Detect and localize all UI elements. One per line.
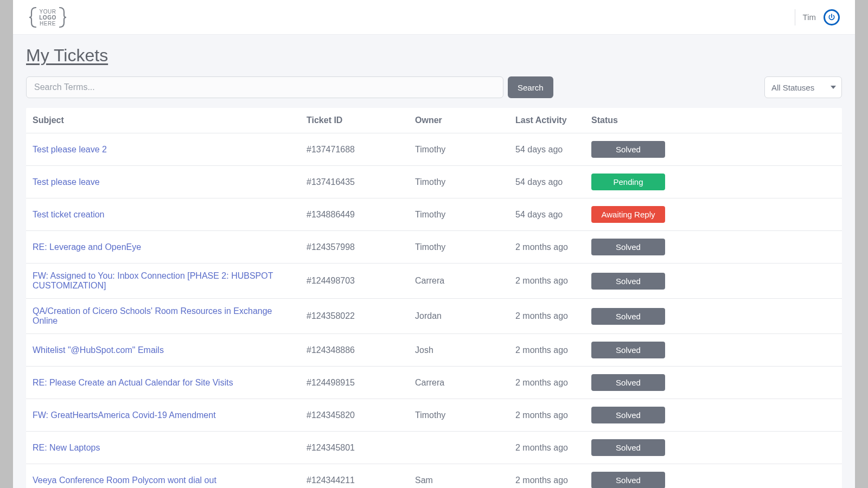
- ticket-last-activity: 54 days ago: [509, 133, 585, 166]
- power-icon: [828, 14, 835, 21]
- ticket-owner: Timothy: [409, 198, 509, 231]
- ticket-subject-link[interactable]: Veeya Conference Room Polycom wont dial …: [33, 476, 216, 485]
- search-input[interactable]: [26, 76, 503, 98]
- controls-row: Search All StatusesSolvedPendingAwaiting…: [26, 76, 842, 98]
- page-body: My Tickets Search All StatusesSolvedPend…: [13, 35, 855, 488]
- table-row: RE: New Laptops#1243458012 months agoSol…: [26, 432, 842, 464]
- status-badge: Solved: [591, 374, 665, 391]
- ticket-owner: Josh: [409, 334, 509, 367]
- table-header-row: Subject Ticket ID Owner Last Activity St…: [26, 108, 842, 133]
- table-row: Veeya Conference Room Polycom wont dial …: [26, 464, 842, 489]
- status-badge: Solved: [591, 342, 665, 358]
- ticket-last-activity: 2 months ago: [509, 231, 585, 264]
- table-row: Whitelist "@HubSpot.com" Emails#12434888…: [26, 334, 842, 367]
- table-row: RE: Please Create an Actual Calendar for…: [26, 367, 842, 399]
- ticket-last-activity: 2 months ago: [509, 334, 585, 367]
- page-title: My Tickets: [26, 46, 842, 66]
- ticket-id: #124498915: [300, 367, 409, 399]
- ticket-owner: Jordan: [409, 299, 509, 334]
- col-header-status: Status: [585, 108, 842, 133]
- table-row: Test please leave#137416435Timothy54 day…: [26, 166, 842, 198]
- ticket-last-activity: 2 months ago: [509, 299, 585, 334]
- status-badge: Solved: [591, 239, 665, 255]
- ticket-owner: Sam: [409, 464, 509, 489]
- ticket-subject-link[interactable]: RE: Leverage and OpenEye: [33, 242, 141, 252]
- ticket-id: #134886449: [300, 198, 409, 231]
- ticket-id: #124357998: [300, 231, 409, 264]
- ticket-subject-link[interactable]: QA/Creation of Cicero Schools' Room Reso…: [33, 306, 272, 325]
- ticket-id: #124345820: [300, 399, 409, 432]
- ticket-last-activity: 54 days ago: [509, 166, 585, 198]
- ticket-subject-link[interactable]: FW: GreatHeartsAmerica Covid-19 Amendmen…: [33, 410, 216, 420]
- status-badge: Solved: [591, 472, 665, 488]
- ticket-id: #137416435: [300, 166, 409, 198]
- logo: YOUR LOGO HERE: [28, 4, 67, 30]
- table-row: Test ticket creation#134886449Timothy54 …: [26, 198, 842, 231]
- ticket-id: #124344211: [300, 464, 409, 489]
- ticket-last-activity: 2 months ago: [509, 264, 585, 299]
- ticket-id: #137471688: [300, 133, 409, 166]
- ticket-owner: Timothy: [409, 231, 509, 264]
- svg-text:YOUR: YOUR: [40, 9, 56, 15]
- ticket-last-activity: 2 months ago: [509, 432, 585, 464]
- user-name: Tim: [803, 12, 816, 22]
- ticket-id: #124358022: [300, 299, 409, 334]
- search-button[interactable]: Search: [508, 76, 553, 98]
- ticket-id: #124498703: [300, 264, 409, 299]
- user-area: Tim: [795, 9, 840, 25]
- status-badge: Solved: [591, 407, 665, 423]
- ticket-last-activity: 2 months ago: [509, 399, 585, 432]
- status-badge: Solved: [591, 308, 665, 325]
- ticket-last-activity: 2 months ago: [509, 464, 585, 489]
- ticket-subject-link[interactable]: FW: Assigned to You: Inbox Connection [P…: [33, 271, 273, 290]
- ticket-subject-link[interactable]: Test ticket creation: [33, 210, 105, 219]
- col-header-subject: Subject: [26, 108, 300, 133]
- ticket-id: #124345801: [300, 432, 409, 464]
- status-badge: Solved: [591, 273, 665, 290]
- topbar: YOUR LOGO HERE Tim: [13, 0, 855, 35]
- ticket-subject-link[interactable]: Whitelist "@HubSpot.com" Emails: [33, 345, 164, 355]
- table-row: RE: Leverage and OpenEye#124357998Timoth…: [26, 231, 842, 264]
- col-header-ticket-id: Ticket ID: [300, 108, 409, 133]
- col-header-last-activity: Last Activity: [509, 108, 585, 133]
- logo-icon: YOUR LOGO HERE: [28, 4, 67, 30]
- table-row: FW: GreatHeartsAmerica Covid-19 Amendmen…: [26, 399, 842, 432]
- table-row: Test please leave 2#137471688Timothy54 d…: [26, 133, 842, 166]
- svg-text:LOGO: LOGO: [39, 15, 56, 21]
- ticket-owner: Timothy: [409, 399, 509, 432]
- ticket-last-activity: 2 months ago: [509, 367, 585, 399]
- svg-text:HERE: HERE: [40, 21, 56, 27]
- ticket-owner: Timothy: [409, 166, 509, 198]
- ticket-owner: Timothy: [409, 133, 509, 166]
- ticket-id: #124348886: [300, 334, 409, 367]
- status-badge: Solved: [591, 439, 665, 456]
- ticket-subject-link[interactable]: Test please leave: [33, 177, 100, 187]
- ticket-subject-link[interactable]: Test please leave 2: [33, 145, 107, 154]
- table-row: FW: Assigned to You: Inbox Connection [P…: [26, 264, 842, 299]
- col-header-owner: Owner: [409, 108, 509, 133]
- status-filter[interactable]: All StatusesSolvedPendingAwaiting Reply: [764, 76, 842, 98]
- ticket-owner: Carrera: [409, 264, 509, 299]
- table-row: QA/Creation of Cicero Schools' Room Reso…: [26, 299, 842, 334]
- status-badge: Pending: [591, 174, 665, 190]
- status-badge: Solved: [591, 141, 665, 158]
- ticket-table: Subject Ticket ID Owner Last Activity St…: [26, 108, 842, 488]
- ticket-last-activity: 54 days ago: [509, 198, 585, 231]
- status-badge: Awaiting Reply: [591, 206, 665, 223]
- ticket-subject-link[interactable]: RE: Please Create an Actual Calendar for…: [33, 378, 233, 387]
- ticket-owner: Carrera: [409, 367, 509, 399]
- ticket-owner: [409, 432, 509, 464]
- ticket-subject-link[interactable]: RE: New Laptops: [33, 443, 100, 452]
- user-divider: [795, 9, 795, 25]
- app-frame: YOUR LOGO HERE Tim My Tickets Search All…: [13, 0, 855, 488]
- logout-button[interactable]: [824, 9, 840, 25]
